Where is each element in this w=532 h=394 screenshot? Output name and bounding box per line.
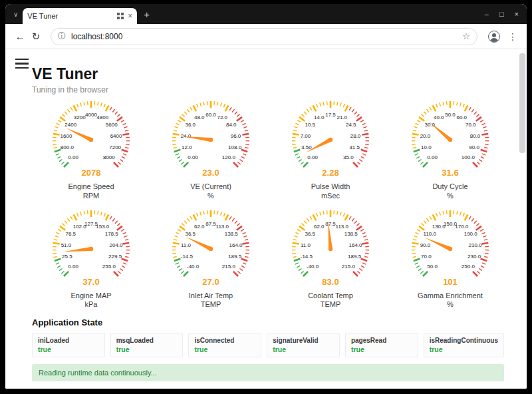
svg-text:3200: 3200	[74, 114, 86, 120]
gauge-card: 0.00800.01600240032004000480056006400720…	[32, 97, 150, 201]
gauge-value: 2078	[82, 168, 101, 178]
app-state-cell: isReadingContinuoustrue	[424, 333, 504, 357]
svg-text:14.0: 14.0	[314, 114, 325, 120]
gauge-units: %	[391, 192, 509, 201]
tab-title: VE Tuner	[27, 12, 113, 20]
maximize-button[interactable]: □	[499, 10, 504, 18]
gauge-value: 101	[443, 277, 458, 287]
gauge-card: 0.0025.551.076.5102.0127.5153.0178.5204.…	[32, 206, 150, 310]
svg-text:87.5: 87.5	[325, 220, 336, 226]
gauge-value: 37.0	[82, 277, 99, 287]
app-state-key: isReadingContinuous	[430, 337, 498, 344]
gauge-dial: -40.0-14.511.036.562.087.5113.0138.5164.…	[275, 206, 386, 289]
reload-icon[interactable]: ↻	[28, 31, 44, 43]
gauge-label: Engine Speed	[32, 182, 150, 192]
svg-text:215.0: 215.0	[342, 264, 356, 270]
minimize-button[interactable]: –	[485, 10, 489, 18]
svg-text:8000: 8000	[103, 154, 115, 160]
svg-text:84.0: 84.0	[226, 122, 237, 128]
svg-text:5600: 5600	[106, 122, 118, 128]
gauge-value: 27.0	[202, 277, 219, 287]
browser-menu-icon[interactable]: ⋮	[505, 31, 520, 42]
svg-text:51.0: 51.0	[61, 242, 72, 248]
svg-text:50.0: 50.0	[427, 264, 438, 270]
close-button[interactable]: ×	[515, 10, 519, 18]
svg-text:50.0: 50.0	[445, 112, 456, 118]
svg-text:138.5: 138.5	[344, 231, 358, 237]
svg-text:0.00: 0.00	[68, 154, 78, 160]
svg-text:153.0: 153.0	[96, 223, 110, 229]
scrollbar[interactable]	[519, 53, 525, 153]
svg-text:35.0: 35.0	[343, 154, 354, 160]
app-state-key: msqLoaded	[116, 337, 178, 344]
svg-text:230.0: 230.0	[467, 254, 481, 260]
app-state-value: true	[351, 345, 412, 353]
browser-tab[interactable]: VE Tuner ×	[23, 8, 137, 24]
gauge-dial: 0.0010.020.030.040.050.060.070.080.090.0…	[394, 97, 506, 180]
svg-text:0.00: 0.00	[188, 154, 198, 160]
gauge-label: Coolant Temp	[271, 292, 390, 301]
app-state-key: iniLoaded	[38, 337, 99, 344]
svg-text:90.0: 90.0	[420, 242, 431, 248]
app-state-value: true	[430, 345, 498, 353]
status-banner: Reading runtime data continuously...	[32, 364, 504, 381]
app-state-key: signatureValid	[273, 337, 334, 344]
svg-text:30.0: 30.0	[424, 122, 435, 128]
gauge-label: Gamma Enrichment	[391, 292, 509, 301]
gauges-grid: 0.00800.01600240032004000480056006400720…	[32, 97, 504, 309]
svg-text:17.5: 17.5	[325, 112, 336, 118]
new-tab-button[interactable]: +	[144, 9, 150, 20]
svg-text:113.0: 113.0	[336, 223, 349, 229]
gauge-units: kPa	[32, 300, 150, 309]
gauge-dial: 0.0025.551.076.5102.0127.5153.0178.5204.…	[35, 206, 147, 289]
site-info-icon[interactable]: ⓘ	[58, 31, 66, 42]
page-title: VE Tuner	[32, 65, 504, 83]
address-bar[interactable]: ⓘ localhost:8000 ☆	[51, 28, 477, 45]
bookmark-star-icon[interactable]: ☆	[462, 31, 470, 41]
app-state-value: true	[116, 345, 178, 353]
page-subtitle: Tuning in the browser	[32, 85, 504, 95]
svg-text:110.0: 110.0	[424, 231, 437, 237]
svg-text:0.00: 0.00	[68, 264, 78, 270]
svg-text:190.0: 190.0	[464, 231, 478, 237]
svg-text:800.0: 800.0	[61, 144, 74, 150]
url-text: localhost:8000	[71, 32, 122, 41]
profile-avatar-icon[interactable]	[488, 31, 500, 43]
svg-text:6400: 6400	[110, 133, 122, 139]
tab-search-icon[interactable]: ∨	[13, 11, 18, 18]
gauge-label: Duty Cycle	[391, 182, 509, 192]
gauge-value: 2.28	[322, 168, 338, 178]
svg-text:210.0: 210.0	[469, 242, 483, 248]
svg-text:100.0: 100.0	[462, 154, 475, 160]
svg-text:70.0: 70.0	[466, 122, 476, 128]
gauge-units: TEMP	[152, 300, 270, 309]
svg-text:10.5: 10.5	[305, 122, 315, 128]
svg-text:164.0: 164.0	[349, 242, 363, 248]
svg-text:250.0: 250.0	[462, 264, 475, 270]
gauge-needle	[429, 122, 452, 141]
svg-text:-14.5: -14.5	[181, 254, 194, 260]
app-state-grid: iniLoadedtruemsqLoadedtrueisConnectedtru…	[32, 333, 504, 357]
svg-text:2400: 2400	[65, 122, 76, 128]
menu-icon[interactable]	[15, 56, 29, 71]
gauge-units: %	[391, 300, 509, 309]
back-icon[interactable]: ←	[12, 31, 28, 42]
gauge-units: TEMP	[271, 300, 390, 309]
svg-text:11.0: 11.0	[181, 242, 192, 248]
gauge-label: Inlet Air Temp	[152, 292, 270, 301]
svg-text:60.0: 60.0	[456, 114, 467, 120]
svg-text:80.0: 80.0	[470, 133, 481, 139]
app-state-cell: pagesReadtrue	[345, 333, 418, 357]
tab-close-icon[interactable]: ×	[128, 12, 132, 20]
app-state-value: true	[194, 345, 255, 353]
svg-text:25.5: 25.5	[62, 254, 72, 260]
svg-text:255.0: 255.0	[102, 264, 116, 270]
svg-text:31.5: 31.5	[349, 144, 360, 150]
svg-text:62.0: 62.0	[314, 223, 325, 229]
app-state-cell: signatureValidtrue	[267, 333, 340, 357]
browser-window: ∨ VE Tuner × + – □ × ← ↻ ⓘ localhost:800…	[5, 4, 527, 389]
gauge-dial: 0.00800.01600240032004000480056006400720…	[35, 97, 147, 180]
svg-text:4800: 4800	[96, 114, 108, 120]
window-controls: – □ ×	[485, 10, 527, 18]
page-content: VE Tuner Tuning in the browser 0.00800.0…	[5, 49, 527, 389]
